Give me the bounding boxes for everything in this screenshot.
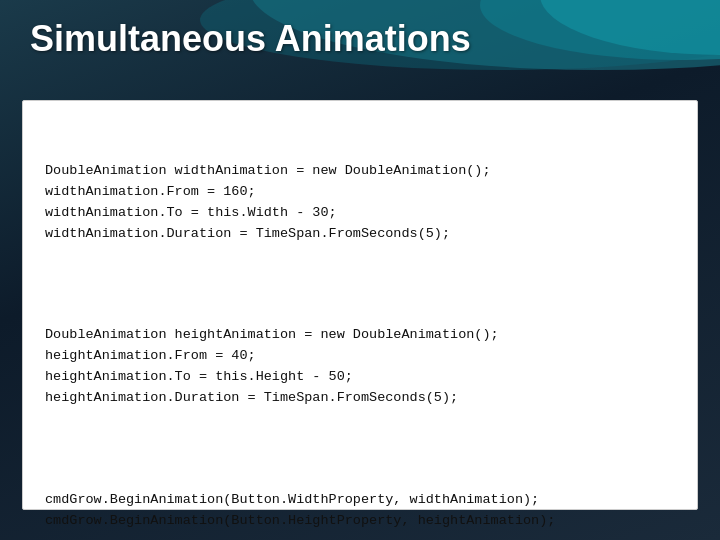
code-line: widthAnimation.Duration = TimeSpan.FromS…: [45, 226, 450, 241]
code-line: widthAnimation.From = 160;: [45, 184, 256, 199]
code-line: DoubleAnimation heightAnimation = new Do…: [45, 327, 499, 342]
code-line: heightAnimation.From = 40;: [45, 348, 256, 363]
code-line: heightAnimation.Duration = TimeSpan.From…: [45, 390, 458, 405]
code-block-2: DoubleAnimation heightAnimation = new Do…: [45, 325, 675, 409]
code-line: heightAnimation.To = this.Height - 50;: [45, 369, 353, 384]
code-line: DoubleAnimation widthAnimation = new Dou…: [45, 163, 491, 178]
code-line: cmdGrow.BeginAnimation(Button.HeightProp…: [45, 513, 555, 528]
code-content: DoubleAnimation widthAnimation = new Dou…: [45, 119, 675, 540]
code-block-1: DoubleAnimation widthAnimation = new Dou…: [45, 161, 675, 245]
code-line: cmdGrow.BeginAnimation(Button.WidthPrope…: [45, 492, 539, 507]
code-block-3: cmdGrow.BeginAnimation(Button.WidthPrope…: [45, 490, 675, 532]
slide-title: Simultaneous Animations: [30, 18, 471, 60]
code-box: DoubleAnimation widthAnimation = new Dou…: [22, 100, 698, 510]
code-line: widthAnimation.To = this.Width - 30;: [45, 205, 337, 220]
